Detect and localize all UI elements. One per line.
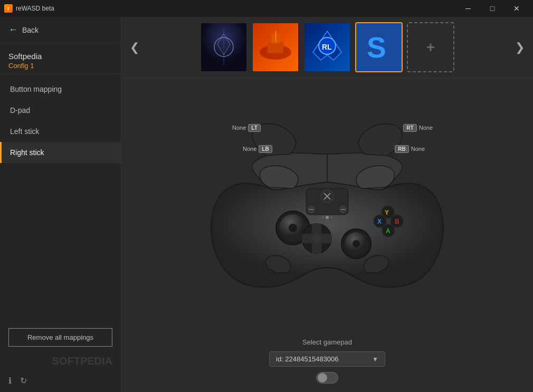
app-title: reWASD beta bbox=[16, 5, 54, 12]
titlebar-controls: ─ □ ✕ bbox=[456, 0, 529, 17]
profile-config: Config 1 bbox=[8, 62, 112, 70]
game-thumb-s[interactable]: S bbox=[355, 22, 403, 72]
maximize-button[interactable]: □ bbox=[480, 0, 505, 17]
lb-none-text: None bbox=[243, 146, 256, 152]
carousel-area: ❮ bbox=[121, 17, 533, 78]
svg-rect-6 bbox=[268, 42, 283, 53]
lt-none-text: None bbox=[232, 125, 246, 131]
gamepad-id-text: id: 22484515483006 bbox=[276, 355, 339, 363]
svg-point-43 bbox=[330, 216, 333, 219]
svg-text:RL: RL bbox=[322, 43, 332, 51]
sidebar-item-left-stick[interactable]: Left stick bbox=[0, 121, 121, 142]
controller-svg: Y X B A bbox=[201, 104, 454, 304]
back-button[interactable]: ← Back bbox=[0, 17, 121, 43]
titlebar: r reWASD beta ─ □ ✕ bbox=[0, 0, 533, 17]
controller-wrapper: None LT RT None None LB RB None bbox=[201, 104, 454, 304]
carousel-left-arrow[interactable]: ❮ bbox=[126, 36, 144, 59]
sidebar-item-button-mapping[interactable]: Button mapping bbox=[0, 79, 121, 100]
minimize-button[interactable]: ─ bbox=[456, 0, 480, 17]
game-thumb-add-img: + bbox=[408, 23, 453, 71]
rt-badge: RT bbox=[403, 124, 416, 132]
svg-text:S: S bbox=[367, 31, 386, 64]
bottom-area: Select gamepad id: 22484515483006 ▼ bbox=[121, 330, 533, 392]
rb-label-group: RB None bbox=[395, 145, 425, 153]
carousel-right-arrow[interactable]: ❯ bbox=[511, 36, 529, 59]
sidebar-nav: Button mapping D-pad Left stick Right st… bbox=[0, 74, 121, 322]
svg-text:Y: Y bbox=[385, 209, 389, 216]
rt-label-group: RT None bbox=[403, 124, 433, 132]
rb-none-text: None bbox=[411, 146, 425, 152]
carousel-items: RL S + bbox=[200, 22, 454, 72]
rb-badge: RB bbox=[395, 145, 408, 153]
gamepad-area: None LT RT None None LB RB None bbox=[121, 78, 533, 330]
main-content: ❮ bbox=[121, 17, 533, 392]
svg-rect-8 bbox=[275, 31, 277, 42]
sidebar-item-dpad[interactable]: D-pad bbox=[0, 100, 121, 121]
svg-text:X: X bbox=[377, 218, 382, 225]
back-label: Back bbox=[22, 26, 39, 34]
game-thumb-rocket-league-img: RL bbox=[304, 23, 350, 71]
back-arrow-icon: ← bbox=[8, 24, 18, 35]
profile-name: Softpedia bbox=[8, 52, 112, 61]
lt-badge: LT bbox=[248, 124, 260, 132]
svg-text:B: B bbox=[395, 218, 399, 225]
svg-point-28 bbox=[353, 240, 360, 247]
game-thumb-rocket-league[interactable]: RL bbox=[303, 22, 351, 72]
svg-point-32 bbox=[312, 234, 321, 243]
info-icon[interactable]: ℹ bbox=[8, 376, 12, 386]
game-thumb-s-img: S bbox=[356, 23, 402, 71]
watermark: SOFTPEDIA bbox=[0, 355, 121, 371]
lt-label-group: None LT bbox=[232, 124, 261, 132]
sidebar-item-right-stick[interactable]: Right stick bbox=[0, 142, 121, 163]
rt-none-text: None bbox=[419, 125, 433, 131]
sidebar-footer: Remove all mappings bbox=[0, 322, 121, 355]
svg-point-42 bbox=[326, 216, 329, 219]
sidebar: ← Back Softpedia Config 1 Button mapping… bbox=[0, 17, 121, 392]
toggle-switch[interactable] bbox=[316, 372, 338, 384]
titlebar-left: r reWASD beta bbox=[4, 4, 54, 13]
app-icon: r bbox=[4, 4, 13, 13]
game-thumb-add[interactable]: + bbox=[407, 22, 454, 72]
lb-label-group: None LB bbox=[243, 145, 272, 153]
close-button[interactable]: ✕ bbox=[505, 0, 529, 17]
game-thumb-tanks[interactable] bbox=[252, 22, 299, 72]
refresh-icon[interactable]: ↻ bbox=[20, 376, 27, 386]
game-thumb-paragon[interactable] bbox=[200, 22, 248, 72]
sidebar-bottom-icons: ℹ ↻ bbox=[0, 371, 121, 392]
remove-all-mappings-button[interactable]: Remove all mappings bbox=[8, 328, 112, 347]
select-gamepad-label: Select gamepad bbox=[302, 338, 352, 346]
svg-point-41 bbox=[321, 216, 325, 219]
game-thumb-tanks-img bbox=[253, 23, 298, 71]
svg-text:A: A bbox=[386, 227, 391, 235]
gamepad-select-dropdown[interactable]: id: 22484515483006 ▼ bbox=[269, 351, 385, 367]
app-body: ← Back Softpedia Config 1 Button mapping… bbox=[0, 17, 533, 392]
chevron-down-icon: ▼ bbox=[372, 356, 378, 363]
sidebar-profile: Softpedia Config 1 bbox=[0, 43, 121, 74]
game-thumb-paragon-img bbox=[201, 23, 246, 71]
svg-point-25 bbox=[289, 224, 297, 232]
lb-badge: LB bbox=[259, 145, 272, 153]
